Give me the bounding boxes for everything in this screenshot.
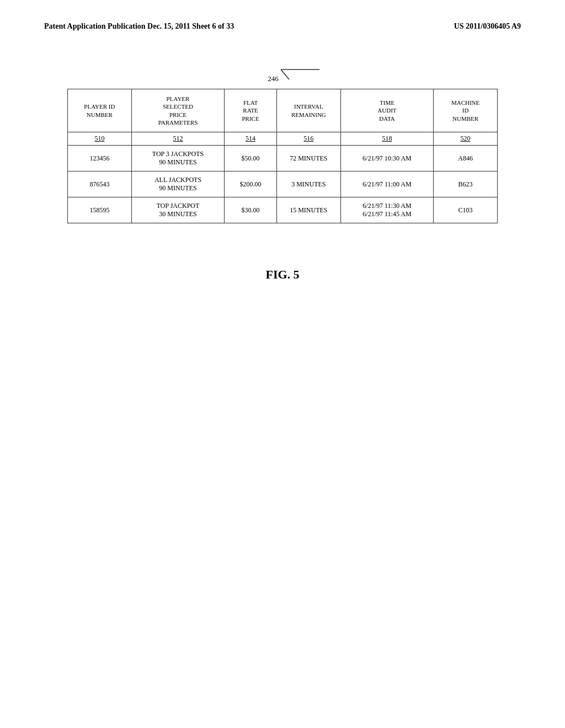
header-left-text: Patent Application Publication Dec. 15, … (44, 22, 234, 31)
col-header-parameters: PLAYER SELECTED PRICE PARAMETERS (131, 89, 224, 132)
cell-flat-rate-2: $200.00 (225, 172, 277, 197)
table-row: 158595 TOP JACKPOT30 MINUTES $30.00 15 M… (68, 197, 498, 223)
ref-510: 510 (68, 132, 132, 146)
svg-line-1 (281, 69, 289, 79)
cell-parameters-3: TOP JACKPOT30 MINUTES (131, 197, 224, 223)
ref-514: 514 (225, 132, 277, 146)
cell-machine-id-2: B623 (434, 172, 498, 197)
col-header-player-id: PLAYER ID NUMBER (68, 89, 132, 132)
cell-machine-id-3: C103 (434, 197, 498, 223)
cell-interval-1: 72 MINUTES (276, 146, 340, 172)
col-header-interval: INTERVAL REMAINING (276, 89, 340, 132)
page-container: Patent Application Publication Dec. 15, … (0, 0, 565, 728)
reference-246: 246 (268, 74, 279, 83)
ref-516: 516 (276, 132, 340, 146)
cell-flat-rate-1: $50.00 (225, 146, 277, 172)
ref-520: 520 (434, 132, 498, 146)
cell-parameters-2: ALL JACKPOTS90 MINUTES (131, 172, 224, 197)
cell-player-id-2: 876543 (68, 172, 132, 197)
header-right-text: US 2011/0306405 A9 (454, 22, 521, 31)
cell-time-audit-1: 6/21/97 10:30 AM (340, 146, 433, 172)
cell-time-audit-3: 6/21/97 11:30 AM6/21/97 11:45 AM (340, 197, 433, 223)
figure-label: FIG. 5 (265, 267, 299, 282)
data-table: PLAYER ID NUMBER PLAYER SELECTED PRICE P… (67, 89, 498, 223)
table-ref-row: 510 512 514 516 518 520 (68, 132, 498, 146)
cell-interval-2: 3 MINUTES (276, 172, 340, 197)
ref-518: 518 (340, 132, 433, 146)
cell-machine-id-1: A846 (434, 146, 498, 172)
ref-512: 512 (131, 132, 224, 146)
reference-arrow (281, 64, 331, 83)
col-header-flat-rate: FLAT RATE PRICE (225, 89, 277, 132)
col-header-machine-id: MACHINE ID NUMBER (434, 89, 498, 132)
figure-area: 246 PLAYER ID NUMBER PLAYER SELECTED (44, 64, 521, 282)
cell-time-audit-2: 6/21/97 11:00 AM (340, 172, 433, 197)
table-row: 876543 ALL JACKPOTS90 MINUTES $200.00 3 … (68, 172, 498, 197)
page-header: Patent Application Publication Dec. 15, … (44, 22, 521, 31)
col-header-time-audit: TIME AUDIT DATA (340, 89, 433, 132)
table-row: 123456 TOP 3 JACKPOTS90 MINUTES $50.00 7… (68, 146, 498, 172)
cell-parameters-1: TOP 3 JACKPOTS90 MINUTES (131, 146, 224, 172)
cell-flat-rate-3: $30.00 (225, 197, 277, 223)
cell-player-id-1: 123456 (68, 146, 132, 172)
cell-player-id-3: 158595 (68, 197, 132, 223)
cell-interval-3: 15 MINUTES (276, 197, 340, 223)
table-header-row: PLAYER ID NUMBER PLAYER SELECTED PRICE P… (68, 89, 498, 132)
